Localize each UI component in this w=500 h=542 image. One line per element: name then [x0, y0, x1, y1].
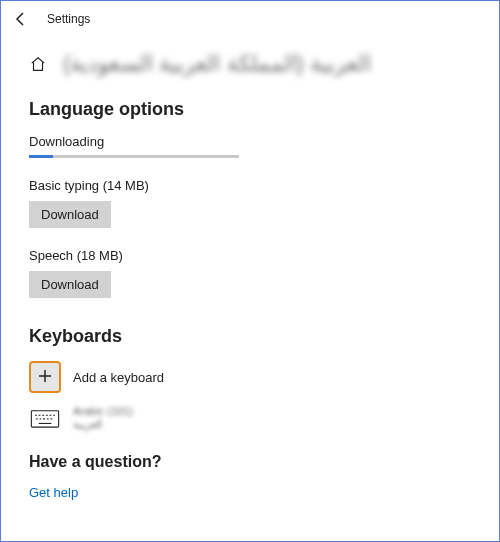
keyboard-item-name: Arabic (101)	[73, 405, 133, 417]
add-keyboard-button[interactable]	[29, 361, 61, 393]
language-name-title: العربية (المملكة العربية السعودية)	[63, 51, 371, 77]
download-button-basic-typing[interactable]: Download	[29, 201, 111, 228]
keyboard-item-sub: العربية	[73, 418, 133, 431]
downloading-label: Downloading	[29, 134, 471, 149]
feature-speech: Speech (18 MB) Download	[29, 248, 471, 298]
page-header: العربية (المملكة العربية السعودية)	[29, 51, 471, 77]
keyboard-item[interactable]: Arabic (101) العربية	[29, 405, 471, 431]
back-arrow-icon[interactable]	[13, 11, 29, 27]
get-help-link[interactable]: Get help	[29, 485, 78, 500]
home-icon[interactable]	[29, 55, 47, 73]
keyboards-section: Keyboards Add a keyboard	[29, 326, 471, 431]
titlebar: Settings	[1, 1, 499, 33]
feature-label: Speech (18 MB)	[29, 248, 471, 263]
keyboard-item-text: Arabic (101) العربية	[73, 405, 133, 431]
language-options-heading: Language options	[29, 99, 471, 120]
settings-window: Settings العربية (المملكة العربية السعود…	[0, 0, 500, 542]
help-section: Have a question? Get help	[29, 453, 471, 500]
add-keyboard-label: Add a keyboard	[73, 370, 164, 385]
plus-icon	[38, 369, 52, 386]
download-progress-bar	[29, 155, 239, 158]
download-progress-fill	[29, 155, 53, 158]
download-button-speech[interactable]: Download	[29, 271, 111, 298]
help-heading: Have a question?	[29, 453, 471, 471]
feature-label: Basic typing (14 MB)	[29, 178, 471, 193]
add-keyboard-row[interactable]: Add a keyboard	[29, 361, 471, 393]
keyboards-heading: Keyboards	[29, 326, 471, 347]
window-title: Settings	[47, 12, 90, 26]
feature-basic-typing: Basic typing (14 MB) Download	[29, 178, 471, 228]
keyboard-icon	[29, 405, 61, 431]
page-content: العربية (المملكة العربية السعودية) Langu…	[1, 33, 499, 500]
